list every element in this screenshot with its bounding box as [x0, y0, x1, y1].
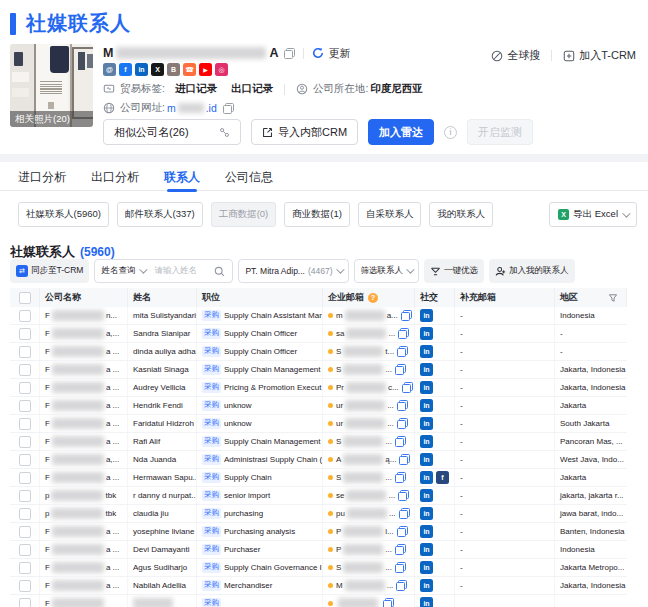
row-checkbox[interactable] — [19, 562, 31, 574]
refresh-label[interactable]: 更新 — [328, 46, 350, 61]
copy-icon[interactable] — [395, 436, 406, 447]
row-checkbox[interactable] — [19, 454, 31, 466]
table-row[interactable]: Fa,... Sandra Sianipar 采购Supply Chain Of… — [10, 325, 627, 343]
row-checkbox[interactable] — [19, 436, 31, 448]
filter-icon[interactable] — [608, 293, 618, 303]
copy-icon[interactable] — [399, 508, 410, 519]
table-row[interactable]: ptbk claudia jiu 采购purchasing pu... in -… — [10, 505, 627, 523]
info-icon[interactable]: i — [444, 126, 457, 139]
copy-icon[interactable] — [395, 562, 406, 573]
search-icon[interactable] — [207, 266, 232, 277]
copy-icon[interactable] — [383, 598, 394, 607]
company-photo[interactable]: 相关照片(20) — [10, 44, 93, 127]
chip-商业数据(1)[interactable]: 商业数据(1) — [284, 202, 350, 227]
copy-icon[interactable] — [397, 400, 408, 411]
linkedin-icon[interactable]: in — [420, 381, 433, 394]
table-row[interactable]: Fa ... Hendrik Fendi 采购unknow ur... in -… — [10, 397, 627, 415]
x-icon[interactable]: X — [151, 63, 164, 76]
linkedin-icon[interactable]: in — [420, 417, 433, 430]
linkedin-icon[interactable]: in — [420, 543, 433, 556]
copy-icon[interactable] — [397, 346, 408, 357]
chip-社媒联系人(5960)[interactable]: 社媒联系人(5960) — [18, 202, 109, 227]
table-row[interactable]: Fa ... Hermawan Sapu... 采购Supply Chain S… — [10, 469, 627, 487]
tab-出口分析[interactable]: 出口分析 — [91, 163, 139, 191]
website-prefix[interactable]: m — [167, 102, 176, 114]
copy-icon[interactable] — [223, 103, 234, 114]
linkedin-icon[interactable]: in — [420, 471, 433, 484]
table-row[interactable]: Fa ... Rafi Alif 采购Supply Chain Manageme… — [10, 433, 627, 451]
name-query-dropdown[interactable]: 姓名查询 — [95, 265, 151, 277]
help-icon[interactable]: ? — [368, 293, 378, 303]
tab-公司信息[interactable]: 公司信息 — [225, 163, 273, 191]
linkedin-icon[interactable]: in — [420, 345, 433, 358]
row-checkbox[interactable] — [19, 472, 31, 484]
import-crm-button[interactable]: 导入内部CRM — [251, 119, 358, 145]
copy-icon[interactable] — [396, 580, 407, 591]
linkedin-icon[interactable]: in — [135, 63, 148, 76]
copy-icon[interactable] — [398, 328, 409, 339]
chip-邮件联系人(337)[interactable]: 邮件联系人(337) — [117, 202, 203, 227]
copy-icon[interactable] — [397, 418, 408, 429]
select-all-checkbox[interactable] — [19, 292, 31, 304]
table-row[interactable]: Fa ... dinda auliya adha 采购Supply Chain … — [10, 343, 627, 361]
copy-icon[interactable] — [401, 310, 412, 321]
table-row[interactable]: Fa ... Faridatul Hidzroh 采购unknow ur... … — [10, 415, 627, 433]
linkedin-icon[interactable]: in — [420, 309, 433, 322]
table-row[interactable]: Fa ... Kasniati Sinaga 采购Supply Chain Ma… — [10, 361, 627, 379]
copy-icon[interactable] — [284, 48, 295, 59]
table-row[interactable]: Fa ... Nabilah Adellia 采购Merchandiser M.… — [10, 577, 627, 595]
export-excel-button[interactable]: X 导出 Excel — [549, 202, 637, 227]
row-checkbox[interactable] — [19, 346, 31, 358]
blog-icon[interactable]: @ — [103, 63, 116, 76]
instagram-icon[interactable]: ◎ — [215, 63, 228, 76]
table-row[interactable]: Fa ... Agus Sudiharjo 采购Supply Chain Gov… — [10, 559, 627, 577]
linkedin-icon[interactable]: in — [420, 525, 433, 538]
row-checkbox[interactable] — [19, 418, 31, 430]
sync-tcrm-button[interactable]: ⇄ 同步至T-CRM — [10, 259, 89, 283]
row-checkbox[interactable] — [19, 580, 31, 592]
phone-icon[interactable]: ☎ — [183, 63, 196, 76]
row-checkbox[interactable] — [19, 382, 31, 394]
row-checkbox[interactable] — [19, 490, 31, 502]
copy-icon[interactable] — [397, 526, 408, 537]
row-checkbox[interactable] — [19, 598, 31, 607]
row-checkbox[interactable] — [19, 544, 31, 556]
start-monitor-button[interactable]: 开启监测 — [467, 119, 533, 145]
join-tcrm-button[interactable]: 加入T-CRM — [563, 48, 636, 63]
trade-tag-export[interactable]: 出口记录 — [231, 82, 273, 96]
trade-tag-import[interactable]: 进口记录 — [175, 82, 217, 96]
chip-自采联系人[interactable]: 自采联系人 — [358, 202, 422, 227]
row-checkbox[interactable] — [19, 526, 31, 538]
chip-我的联系人[interactable]: 我的联系人 — [429, 202, 493, 227]
linkedin-icon[interactable]: in — [420, 399, 433, 412]
linkedin-icon[interactable]: in — [420, 453, 433, 466]
linkedin-icon[interactable]: in — [420, 327, 433, 340]
copy-icon[interactable] — [402, 382, 413, 393]
join-radar-button[interactable]: 加入雷达 — [368, 119, 434, 145]
facebook-icon[interactable]: f — [436, 471, 449, 484]
name-search-input[interactable]: 请输入姓名 — [151, 265, 207, 277]
copy-icon[interactable] — [398, 490, 409, 501]
tab-进口分析[interactable]: 进口分析 — [18, 163, 66, 191]
table-row[interactable]: F 采购 in — [10, 595, 627, 607]
website-suffix[interactable]: .id — [206, 102, 217, 114]
table-row[interactable]: ptbk r danny d nurpat... 采购senior import… — [10, 487, 627, 505]
row-checkbox[interactable] — [19, 310, 31, 322]
company-filter-dropdown[interactable]: PT. Mitra Adip... (4467) — [238, 259, 348, 283]
table-row[interactable]: Fn... mita Sulistyandari 采购Supply Chain … — [10, 307, 627, 325]
linkedin-icon[interactable]: in — [420, 579, 433, 592]
table-row[interactable]: Fa ... Devi Damayanti 采购Purchaser P... i… — [10, 541, 627, 559]
quick-select-button[interactable]: 一键优选 — [424, 259, 484, 283]
linkedin-icon[interactable]: in — [420, 363, 433, 376]
global-search-button[interactable]: 全球搜 — [491, 48, 540, 63]
forum-icon[interactable]: B — [167, 63, 180, 76]
row-checkbox[interactable] — [19, 328, 31, 340]
table-row[interactable]: Fa ... Audrey Vellicia 采购Pricing & Promo… — [10, 379, 627, 397]
row-checkbox[interactable] — [19, 508, 31, 520]
tab-联系人[interactable]: 联系人 — [164, 163, 200, 191]
linkedin-icon[interactable]: in — [420, 507, 433, 520]
chip-工商数据(0)[interactable]: 工商数据(0) — [211, 202, 277, 227]
row-checkbox[interactable] — [19, 400, 31, 412]
copy-icon[interactable] — [395, 364, 406, 375]
linkedin-icon[interactable]: in — [420, 597, 433, 607]
